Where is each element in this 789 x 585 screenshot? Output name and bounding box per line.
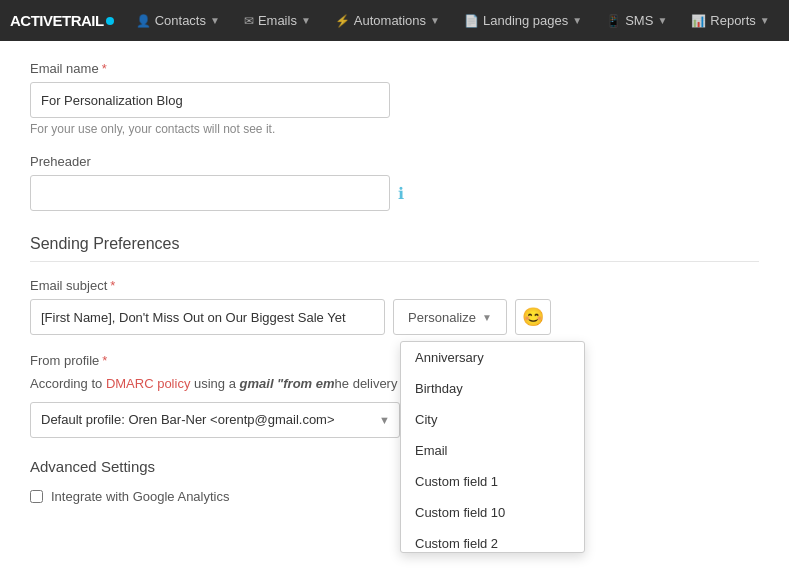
dmarc-link[interactable]: DMARC policy [106,376,191,391]
reports-chevron: ▼ [760,15,770,26]
analytics-checkbox[interactable] [30,490,43,503]
subject-row: Personalize ▼ 😊 Anniversary Birthday Cit… [30,299,759,335]
dropdown-item-custom-field-1[interactable]: Custom field 1 [401,466,584,497]
dropdown-item-anniversary[interactable]: Anniversary [401,342,584,373]
logo[interactable]: ACTIVETRAIL [10,12,114,29]
from-profile-label: From profile* [30,353,759,368]
personalize-button[interactable]: Personalize ▼ [393,299,507,335]
emails-icon: ✉ [244,14,254,28]
nav-contacts-label: Contacts [155,13,206,28]
nav-landing-pages[interactable]: 📄 Landing pages ▼ [452,0,594,41]
profile-select-wrapper: Default profile: Oren Bar-Ner <orentp@gm… [30,402,400,438]
preheader-label: Preheader [30,154,759,169]
nav-emails[interactable]: ✉ Emails ▼ [232,0,323,41]
contacts-chevron: ▼ [210,15,220,26]
subject-required-marker: * [110,278,115,293]
contacts-icon: 👤 [136,14,151,28]
emoji-icon: 😊 [522,306,544,328]
top-navbar: ACTIVETRAIL 👤 Contacts ▼ ✉ Emails ▼ ⚡ Au… [0,0,789,41]
preheader-input[interactable] [30,175,390,211]
main-content: Email name* For your use only, your cont… [0,41,789,585]
dropdown-item-custom-field-10[interactable]: Custom field 10 [401,497,584,528]
gmail-text: gmail "from em [240,376,335,391]
nav-contacts[interactable]: 👤 Contacts ▼ [124,0,232,41]
required-marker: * [102,61,107,76]
emoji-button[interactable]: 😊 [515,299,551,335]
dropdown-item-birthday[interactable]: Birthday [401,373,584,404]
email-name-hint: For your use only, your contacts will no… [30,122,759,136]
sms-chevron: ▼ [657,15,667,26]
dropdown-item-city[interactable]: City [401,404,584,435]
landing-pages-icon: 📄 [464,14,479,28]
email-name-input[interactable] [30,82,390,118]
profile-required-marker: * [102,353,107,368]
email-subject-group: Email subject* Personalize ▼ 😊 Anniversa… [30,278,759,335]
advanced-settings-title: Advanced Settings [30,458,759,475]
sending-preferences-title: Sending Preferences [30,235,759,262]
automations-icon: ⚡ [335,14,350,28]
preheader-row: ℹ [30,175,759,211]
dropdown-list: Anniversary Birthday City Email Custom f… [401,342,584,552]
nav-automations-label: Automations [354,13,426,28]
analytics-label[interactable]: Integrate with Google Analytics [51,489,230,504]
info-icon[interactable]: ℹ [398,184,404,203]
preheader-group: Preheader ℹ [30,154,759,211]
dropdown-item-custom-field-2[interactable]: Custom field 2 [401,528,584,552]
nav-automations[interactable]: ⚡ Automations ▼ [323,0,452,41]
email-subject-input[interactable] [30,299,385,335]
personalize-btn-label: Personalize [408,310,476,325]
landing-pages-chevron: ▼ [572,15,582,26]
nav-reports-label: Reports [710,13,756,28]
analytics-row: Integrate with Google Analytics [30,489,759,504]
email-name-label: Email name* [30,61,759,76]
nav-emails-label: Emails [258,13,297,28]
dropdown-item-email[interactable]: Email [401,435,584,466]
logo-dot [106,17,114,25]
nav-sms[interactable]: 📱 SMS ▼ [594,0,679,41]
nav-sms-label: SMS [625,13,653,28]
from-profile-group: From profile* According to DMARC policy … [30,353,759,438]
emails-chevron: ▼ [301,15,311,26]
profile-select[interactable]: Default profile: Oren Bar-Ner <orentp@gm… [30,402,400,438]
email-name-group: Email name* For your use only, your cont… [30,61,759,136]
dmarc-info: According to DMARC policy using a gmail … [30,374,759,394]
personalize-chevron: ▼ [482,312,492,323]
reports-icon: 📊 [691,14,706,28]
automations-chevron: ▼ [430,15,440,26]
nav-reports[interactable]: 📊 Reports ▼ [679,0,781,41]
nav-more[interactable]: ☰ More ▼ [782,0,789,41]
sms-icon: 📱 [606,14,621,28]
email-subject-label: Email subject* [30,278,759,293]
nav-landing-pages-label: Landing pages [483,13,568,28]
personalize-dropdown: Anniversary Birthday City Email Custom f… [400,341,585,553]
logo-text: ACTIVETRAIL [10,12,104,29]
